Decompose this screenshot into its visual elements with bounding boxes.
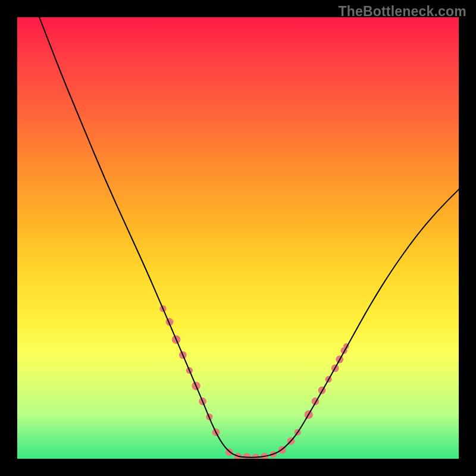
scatter-points bbox=[159, 305, 349, 459]
curve-path bbox=[39, 17, 459, 458]
chart-svg bbox=[17, 17, 459, 459]
plot-area bbox=[17, 17, 459, 459]
chart-frame: TheBottleneck.com bbox=[0, 0, 476, 476]
watermark-text: TheBottleneck.com bbox=[338, 4, 466, 20]
